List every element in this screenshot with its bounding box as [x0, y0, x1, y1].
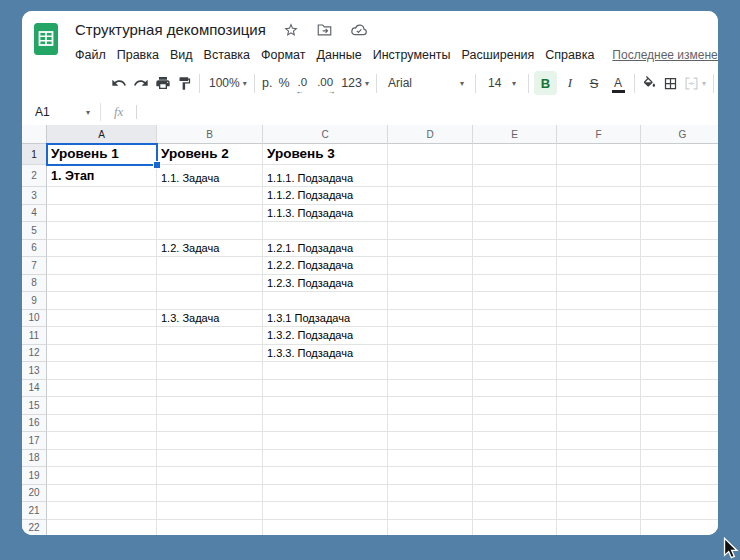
- cell-C17[interactable]: [263, 432, 388, 450]
- cell-A14[interactable]: [47, 380, 157, 398]
- column-header-F[interactable]: F: [557, 125, 641, 144]
- cell-B17[interactable]: [157, 432, 263, 450]
- cell-A3[interactable]: [47, 187, 157, 205]
- column-header-E[interactable]: E: [473, 125, 557, 144]
- cell-B6[interactable]: 1.2. Задача: [157, 240, 263, 258]
- row-header-3[interactable]: 3: [22, 187, 47, 205]
- cell-A17[interactable]: [47, 432, 157, 450]
- cell-G19[interactable]: [641, 467, 718, 485]
- cell-G13[interactable]: [641, 362, 718, 380]
- row-header-14[interactable]: 14: [22, 380, 47, 398]
- cell-C6[interactable]: 1.2.1. Подзадача: [263, 240, 388, 258]
- cell-A16[interactable]: [47, 415, 157, 433]
- strikethrough-button[interactable]: S: [583, 71, 605, 95]
- increase-decimals-button[interactable]: .00→: [313, 71, 337, 95]
- borders-button[interactable]: [661, 71, 680, 95]
- cell-F21[interactable]: [557, 502, 641, 520]
- cell-C2[interactable]: 1.1.1. Подзадача: [263, 165, 388, 187]
- cell-E21[interactable]: [473, 502, 557, 520]
- row-header-21[interactable]: 21: [22, 502, 47, 520]
- cell-C19[interactable]: [263, 467, 388, 485]
- cell-B7[interactable]: [157, 257, 263, 275]
- document-title[interactable]: Структурная декомпозиция: [75, 21, 266, 38]
- italic-button[interactable]: I: [559, 71, 581, 95]
- cell-E12[interactable]: [473, 345, 557, 363]
- cell-G3[interactable]: [641, 187, 718, 205]
- cell-D22[interactable]: [388, 520, 473, 536]
- row-header-9[interactable]: 9: [22, 292, 47, 310]
- cell-F12[interactable]: [557, 345, 641, 363]
- cell-A22[interactable]: [47, 520, 157, 536]
- row-header-12[interactable]: 12: [22, 345, 47, 363]
- cell-D12[interactable]: [388, 345, 473, 363]
- cell-A5[interactable]: [47, 222, 157, 240]
- move-folder-icon[interactable]: [316, 21, 333, 38]
- cell-C12[interactable]: 1.3.3. Подзадача: [263, 345, 388, 363]
- cell-F2[interactable]: [557, 165, 641, 187]
- redo-button[interactable]: [131, 71, 151, 95]
- cell-G11[interactable]: [641, 327, 718, 345]
- cell-A4[interactable]: [47, 205, 157, 223]
- cell-F8[interactable]: [557, 275, 641, 293]
- column-header-C[interactable]: C: [263, 125, 388, 144]
- cell-F19[interactable]: [557, 467, 641, 485]
- cell-C7[interactable]: 1.2.2. Подзадача: [263, 257, 388, 275]
- cell-B21[interactable]: [157, 502, 263, 520]
- cell-E7[interactable]: [473, 257, 557, 275]
- cell-A15[interactable]: [47, 397, 157, 415]
- row-header-20[interactable]: 20: [22, 485, 47, 503]
- cell-G14[interactable]: [641, 380, 718, 398]
- menu-item-7[interactable]: Инструменты: [373, 48, 451, 62]
- cell-C18[interactable]: [263, 450, 388, 468]
- cell-C15[interactable]: [263, 397, 388, 415]
- cell-E9[interactable]: [473, 292, 557, 310]
- select-all-corner[interactable]: [22, 125, 47, 144]
- menu-item-1[interactable]: Файл: [75, 48, 106, 62]
- font-size-select[interactable]: 14▾: [481, 71, 523, 95]
- cell-E6[interactable]: [473, 240, 557, 258]
- cell-C3[interactable]: 1.1.2. Подзадача: [263, 187, 388, 205]
- cell-F17[interactable]: [557, 432, 641, 450]
- cell-E8[interactable]: [473, 275, 557, 293]
- cell-G2[interactable]: [641, 165, 718, 187]
- cell-G7[interactable]: [641, 257, 718, 275]
- cell-A6[interactable]: [47, 240, 157, 258]
- cell-C10[interactable]: 1.3.1 Подзадача: [263, 310, 388, 328]
- cell-G20[interactable]: [641, 485, 718, 503]
- cell-B15[interactable]: [157, 397, 263, 415]
- row-header-13[interactable]: 13: [22, 362, 47, 380]
- cell-C13[interactable]: [263, 362, 388, 380]
- cell-B20[interactable]: [157, 485, 263, 503]
- cell-B11[interactable]: [157, 327, 263, 345]
- cell-C8[interactable]: 1.2.3. Подзадача: [263, 275, 388, 293]
- cell-E14[interactable]: [473, 380, 557, 398]
- cell-G6[interactable]: [641, 240, 718, 258]
- fill-handle[interactable]: [153, 161, 161, 169]
- cell-D10[interactable]: [388, 310, 473, 328]
- cell-B12[interactable]: [157, 345, 263, 363]
- cell-D7[interactable]: [388, 257, 473, 275]
- cell-D8[interactable]: [388, 275, 473, 293]
- row-header-6[interactable]: 6: [22, 240, 47, 258]
- cell-F9[interactable]: [557, 292, 641, 310]
- cell-E10[interactable]: [473, 310, 557, 328]
- cell-E16[interactable]: [473, 415, 557, 433]
- cell-C5[interactable]: [263, 222, 388, 240]
- menu-item-6[interactable]: Данные: [316, 48, 361, 62]
- cell-E3[interactable]: [473, 187, 557, 205]
- cell-C22[interactable]: [263, 520, 388, 536]
- cell-A10[interactable]: [47, 310, 157, 328]
- zoom-select[interactable]: 100%▾: [205, 71, 249, 95]
- cell-F5[interactable]: [557, 222, 641, 240]
- cell-C21[interactable]: [263, 502, 388, 520]
- cell-G18[interactable]: [641, 450, 718, 468]
- cell-B14[interactable]: [157, 380, 263, 398]
- cell-F16[interactable]: [557, 415, 641, 433]
- cell-G21[interactable]: [641, 502, 718, 520]
- cell-D5[interactable]: [388, 222, 473, 240]
- cell-E22[interactable]: [473, 520, 557, 536]
- formula-input[interactable]: [137, 99, 718, 125]
- cell-D17[interactable]: [388, 432, 473, 450]
- row-header-11[interactable]: 11: [22, 327, 47, 345]
- cell-G1[interactable]: [641, 144, 718, 165]
